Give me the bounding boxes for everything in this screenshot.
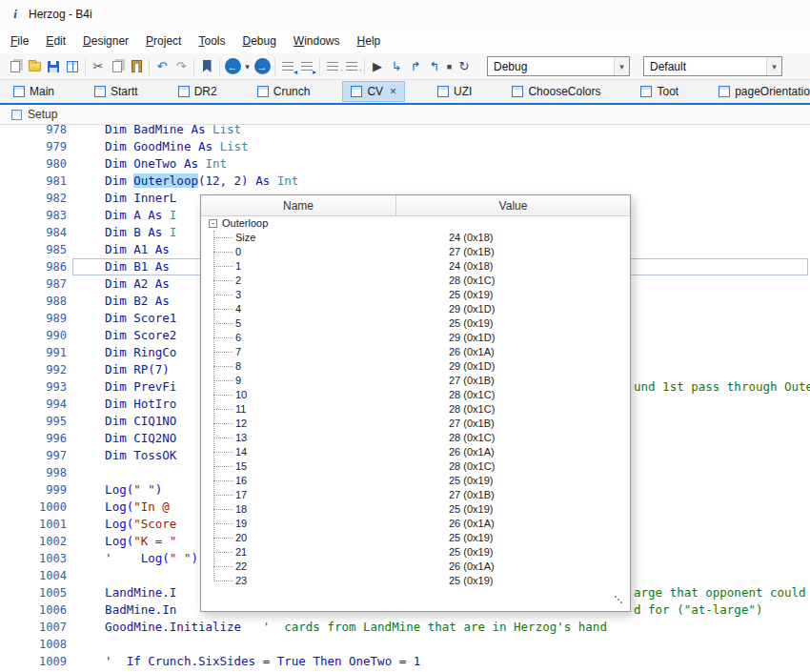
tab-ChooseColors[interactable]: ChooseColors (504, 81, 608, 102)
watch-row[interactable]: 1625 (0x19) (201, 474, 630, 488)
watch-name: 16 (235, 474, 247, 488)
tab-Toot[interactable]: Toot (633, 81, 686, 102)
close-tab-icon[interactable]: × (390, 86, 396, 97)
watch-row[interactable]: Size24 (0x18) (201, 231, 630, 245)
uncomment-icon[interactable]: ' (342, 55, 361, 78)
menu-tools[interactable]: Tools (190, 30, 233, 52)
new-file-icon[interactable] (6, 55, 25, 78)
watch-row[interactable]: 2226 (0x1A) (201, 560, 630, 574)
code-line-978[interactable]: 978 Dim BadMine As List (0, 125, 810, 138)
menu-help[interactable]: Help (349, 30, 390, 52)
code-line-1008[interactable]: 1008 (0, 636, 810, 653)
watch-header-value[interactable]: Value (396, 195, 630, 215)
tab-DR2[interactable]: DR2 (171, 81, 225, 102)
watch-row[interactable]: 2325 (0x19) (201, 574, 630, 588)
outdent-icon[interactable]: ◂ (278, 55, 297, 78)
watch-header-name[interactable]: Name (201, 195, 396, 215)
open-project-icon[interactable] (25, 55, 44, 78)
menu-file[interactable]: File (2, 30, 37, 52)
watch-row[interactable]: 325 (0x19) (201, 288, 630, 302)
tab-Crunch[interactable]: Crunch (250, 81, 318, 102)
resize-grip-icon[interactable] (615, 596, 617, 598)
watch-value: 27 (0x1B) (449, 488, 495, 502)
watch-value: 28 (0x1C) (449, 388, 495, 402)
watch-row[interactable]: 1825 (0x19) (201, 502, 630, 517)
step-over-icon[interactable]: ↱ (406, 55, 425, 78)
navigate-back-icon[interactable]: ← (223, 55, 242, 78)
watch-row[interactable]: 1328 (0x1C) (201, 431, 630, 445)
step-out-icon[interactable]: ↰ (425, 55, 444, 78)
watch-row[interactable]: 629 (0x1D) (201, 331, 630, 345)
code-editor[interactable]: 978 Dim BadMine As List979 Dim GoodMine … (0, 125, 810, 672)
menu-designer[interactable]: Designer (74, 30, 137, 52)
watch-row[interactable]: 1128 (0x1C) (201, 402, 630, 417)
watch-value: 28 (0x1C) (449, 431, 495, 445)
menu-edit[interactable]: Edit (37, 30, 74, 52)
watch-root-row[interactable]: -Outerloop (201, 216, 630, 231)
line-number: 981 (0, 173, 74, 190)
watch-row[interactable]: 2125 (0x19) (201, 545, 630, 560)
copy-icon[interactable] (108, 55, 127, 78)
menu-project[interactable]: Project (137, 30, 190, 52)
line-number: 989 (0, 310, 74, 327)
code-text: Dim Score2 (74, 327, 176, 344)
menu-windows[interactable]: Windows (285, 30, 349, 52)
tree-branch (213, 295, 233, 295)
navigate-forward-icon[interactable]: → (253, 55, 272, 78)
save-icon[interactable] (44, 55, 63, 78)
paste-icon[interactable] (127, 55, 146, 78)
undo-icon[interactable]: ↶ (152, 55, 172, 78)
cut-icon[interactable]: ✂ (89, 55, 108, 78)
code-line-1007[interactable]: 1007 GoodMine.Initialize ' cards from La… (0, 619, 810, 636)
line-number: 996 (0, 430, 74, 447)
watch-row[interactable]: 2025 (0x19) (201, 531, 630, 545)
restart-icon[interactable]: ↻ (455, 55, 474, 78)
watch-header: Name Value (201, 195, 630, 216)
comment-icon[interactable]: ' (323, 55, 342, 78)
watch-row[interactable]: 1926 (0x1A) (201, 517, 630, 531)
watch-row[interactable]: 525 (0x19) (201, 316, 630, 331)
watch-value: 29 (0x1D) (449, 359, 495, 374)
watch-row[interactable]: 1426 (0x1A) (201, 445, 630, 459)
run-icon[interactable]: ▶ (368, 55, 387, 78)
indent-icon[interactable]: ▸ (297, 55, 316, 78)
tab-Startt[interactable]: Startt (87, 81, 146, 102)
watch-row[interactable]: 429 (0x1D) (201, 302, 630, 316)
tree-branch (213, 409, 233, 410)
nav-history-caret-icon[interactable]: ▾ (242, 55, 253, 78)
tab-CV[interactable]: CV× (342, 81, 405, 102)
watch-name: 10 (235, 388, 247, 402)
stop-icon[interactable]: ■ (444, 55, 455, 78)
debug-watch-popup: Name Value -OuterloopSize24 (0x18)027 (0… (200, 194, 631, 612)
modules-icon[interactable] (63, 55, 82, 78)
code-text: LandMine.I (74, 584, 176, 601)
chevron-down-icon[interactable]: ▾ (766, 57, 781, 75)
watch-row[interactable]: 1528 (0x1C) (201, 459, 630, 474)
code-line-980[interactable]: 980 Dim OneTwo As Int (0, 155, 810, 173)
watch-row[interactable]: 228 (0x1C) (201, 274, 630, 288)
region-tab-setup[interactable]: Setup (28, 108, 57, 121)
collapse-icon[interactable]: - (209, 219, 217, 228)
watch-row[interactable]: 1227 (0x1B) (201, 417, 630, 431)
watch-row[interactable]: 1028 (0x1C) (201, 388, 630, 402)
build-config-select[interactable]: Default ▾ (643, 56, 782, 76)
tab-Main[interactable]: Main (6, 81, 62, 102)
redo-icon[interactable]: ↷ (172, 55, 191, 78)
step-into-icon[interactable]: ↳ (387, 55, 406, 78)
watch-row[interactable]: 726 (0x1A) (201, 345, 630, 359)
bookmark-icon[interactable] (197, 55, 216, 78)
watch-row[interactable]: 1727 (0x1B) (201, 488, 630, 502)
tree-branch (213, 280, 233, 281)
chevron-down-icon[interactable]: ▾ (614, 57, 629, 75)
code-line-981[interactable]: 981 Dim Outerloop(12, 2) As Int (0, 173, 810, 190)
tab-UZI[interactable]: UZI (430, 81, 479, 102)
watch-row[interactable]: 027 (0x1B) (201, 245, 630, 259)
watch-row[interactable]: 927 (0x1B) (201, 374, 630, 388)
code-line-1009[interactable]: 1009 ' If Crunch.SixSides = True Then On… (0, 653, 810, 670)
watch-row[interactable]: 829 (0x1D) (201, 359, 630, 374)
build-mode-select[interactable]: Debug ▾ (487, 56, 630, 76)
tab-pageOrientations[interactable]: pageOrientations (711, 81, 810, 102)
code-line-979[interactable]: 979 Dim GoodMine As List (0, 138, 810, 155)
watch-row[interactable]: 124 (0x18) (201, 259, 630, 274)
menu-debug[interactable]: Debug (233, 30, 284, 52)
